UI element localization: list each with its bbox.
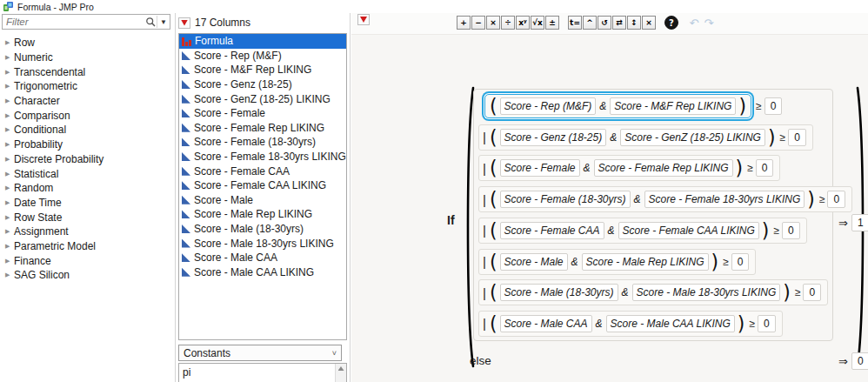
undo-button[interactable]: ↶ [687, 16, 701, 30]
function-category-character[interactable]: ▶ Character [0, 94, 174, 109]
switch-terms-button[interactable]: ↺ [598, 16, 611, 30]
column-term[interactable]: Score - Male Rep LIKING [582, 253, 709, 271]
comparand[interactable]: 0 [758, 315, 776, 332]
and-expression[interactable]: ( Score - Genz (18-25) & Score - GenZ (1… [490, 127, 776, 148]
comparand[interactable]: 0 [803, 284, 821, 301]
and-expression[interactable]: ( Score - Female (18-30yrs) & Score - Fe… [490, 189, 815, 210]
and-operator[interactable]: & [607, 225, 616, 237]
expand-icon[interactable]: ▶ [5, 271, 14, 278]
or-clause[interactable]: | ( Score - Genz (18-25) & Score - GenZ … [478, 124, 813, 151]
and-operator[interactable]: & [633, 193, 642, 205]
expand-icon[interactable]: ▶ [5, 184, 14, 191]
condition-group[interactable]: | ( Score - Rep (M&F) & Score - M&F Rep … [473, 89, 833, 341]
column-term[interactable]: Score - Male CAA LIKING [606, 315, 735, 332]
expand-icon[interactable]: ▶ [5, 141, 14, 148]
expand-icon[interactable]: ▶ [5, 171, 14, 178]
constants-scrollbar[interactable] [335, 364, 346, 382]
comparator[interactable]: ≥ [745, 162, 753, 174]
columns-menu-button[interactable] [178, 17, 190, 29]
column-item-score-male-18-30yrs-liking[interactable]: Score - Male 18-30yrs LIKING [179, 236, 346, 251]
comparator[interactable]: ≥ [793, 286, 801, 298]
column-term[interactable]: Score - Male 18-30yrs LIKING [632, 284, 781, 301]
function-category-row-state[interactable]: ▶ Row State [0, 210, 174, 225]
column-term[interactable]: Score - Male [500, 253, 568, 271]
and-expression[interactable]: ( Score - Male (18-30yrs) & Score - Male… [490, 282, 791, 303]
insert-divide-button[interactable]: ÷ [501, 16, 515, 30]
column-item-score-genz-18-25[interactable]: Score - Genz (18-25) [179, 77, 346, 92]
then-value[interactable]: 1 [851, 214, 868, 231]
boxing-button[interactable]: ↕ [627, 16, 641, 30]
comparand[interactable]: 0 [782, 222, 800, 239]
function-category-transcendental[interactable]: ▶ Transcendental [0, 64, 174, 79]
column-item-score-female[interactable]: Score - Female [179, 106, 346, 121]
expand-icon[interactable]: ▶ [5, 97, 14, 104]
and-operator[interactable]: & [595, 318, 604, 330]
constant-item-pi[interactable]: pi [179, 364, 346, 379]
insert-plus-button[interactable]: + [457, 16, 471, 30]
function-category-discrete-probability[interactable]: ▶ Discrete Probability [0, 152, 174, 167]
column-item-score-male-18-30yrs[interactable]: Score - Male (18-30yrs) [179, 222, 346, 237]
comparator[interactable]: ≥ [778, 131, 786, 144]
delete-button[interactable]: × [642, 16, 656, 30]
column-term[interactable]: Score - Female CAA [500, 222, 604, 239]
function-category-row[interactable]: ▶ Row [0, 36, 174, 50]
column-term[interactable]: Score - Rep (M&F) [500, 97, 597, 115]
column-item-score-female-caa-liking[interactable]: Score - Female CAA LIKING [179, 178, 346, 193]
insert-minus-button[interactable]: − [471, 16, 485, 30]
and-expression[interactable]: ( Score - Female CAA & Score - Female CA… [490, 220, 770, 241]
column-item-score-male-caa-liking[interactable]: Score - Male CAA LIKING [179, 265, 346, 280]
function-category-comparison[interactable]: ▶ Comparison [0, 108, 174, 123]
column-item-formula[interactable]: Formula [179, 34, 346, 49]
column-item-score-m-f-rep-liking[interactable]: Score - M&F Rep LIKING [179, 63, 346, 77]
and-operator[interactable]: & [621, 286, 630, 298]
column-item-score-female-18-30yrs-liking[interactable]: Score - Female 18-30yrs LIKING [179, 150, 346, 164]
or-clause[interactable]: | ( Score - Rep (M&F) & Score - M&F Rep … [478, 93, 789, 119]
comparand[interactable]: 0 [765, 97, 783, 115]
comparator[interactable]: ≥ [747, 318, 755, 330]
function-category-probability[interactable]: ▶ Probability [0, 137, 174, 152]
local-variable-button[interactable]: t= [568, 16, 582, 30]
comparand[interactable]: 0 [731, 253, 750, 271]
expand-icon[interactable]: ▶ [5, 228, 14, 235]
column-term[interactable]: Score - GenZ (18-25) LIKING [620, 129, 765, 146]
and-expression[interactable]: ( Score - Male CAA & Score - Male CAA LI… [490, 313, 745, 334]
column-term[interactable]: Score - Male (18-30yrs) [500, 284, 618, 301]
switch-sign-button[interactable]: ± [545, 16, 559, 30]
and-operator[interactable]: & [571, 256, 579, 268]
else-value[interactable]: 0 [851, 352, 868, 370]
comparator[interactable]: ≥ [754, 100, 762, 112]
expand-icon[interactable]: ▶ [5, 199, 14, 206]
column-item-score-male-rep-liking[interactable]: Score - Male Rep LIKING [179, 207, 346, 222]
expand-icon[interactable]: ▶ [5, 112, 14, 119]
expand-icon[interactable]: ▶ [5, 243, 14, 250]
column-item-score-male[interactable]: Score - Male [179, 193, 346, 208]
function-category-conditional[interactable]: ▶ Conditional [0, 123, 174, 137]
function-category-statistical[interactable]: ▶ Statistical [0, 166, 174, 181]
column-term[interactable]: Score - Female 18-30yrs LIKING [644, 191, 805, 208]
formula-menu-button[interactable] [357, 14, 370, 25]
or-clause[interactable]: | ( Score - Female & Score - Female Rep … [478, 155, 780, 181]
and-expression[interactable]: ( Score - Rep (M&F) & Score - M&F Rep LI… [484, 94, 751, 118]
filter-dropdown-icon[interactable]: ▼ [157, 18, 170, 26]
function-category-trigonometric[interactable]: ▶ Trigonometric [0, 79, 174, 94]
expand-icon[interactable]: ▶ [5, 69, 14, 76]
and-operator[interactable]: & [583, 162, 591, 174]
or-clause[interactable]: | ( Score - Female CAA & Score - Female … [478, 218, 807, 244]
comparator[interactable]: ≥ [818, 193, 825, 205]
comparand[interactable]: 0 [756, 159, 774, 177]
column-term[interactable]: Score - Female CAA LIKING [618, 222, 759, 239]
function-category-date-time[interactable]: ▶ Date Time [0, 196, 174, 211]
else-keyword[interactable]: else [470, 354, 491, 367]
expand-icon[interactable]: ▶ [5, 156, 14, 163]
search-icon[interactable] [145, 17, 157, 28]
comparand[interactable]: 0 [827, 191, 845, 208]
function-category-random[interactable]: ▶ Random [0, 181, 174, 196]
help-button[interactable]: ? [664, 16, 678, 30]
raise-power-button[interactable]: xʸ [516, 16, 530, 30]
or-clause[interactable]: | ( Score - Male (18-30yrs) & Score - Ma… [478, 279, 828, 305]
expand-icon[interactable]: ▶ [5, 214, 14, 221]
comparator[interactable]: ≥ [771, 225, 779, 237]
expand-icon[interactable]: ▶ [5, 258, 14, 265]
function-category-sag-silicon[interactable]: ▶ SAG Silicon [0, 268, 174, 283]
filter-input[interactable] [3, 16, 145, 28]
